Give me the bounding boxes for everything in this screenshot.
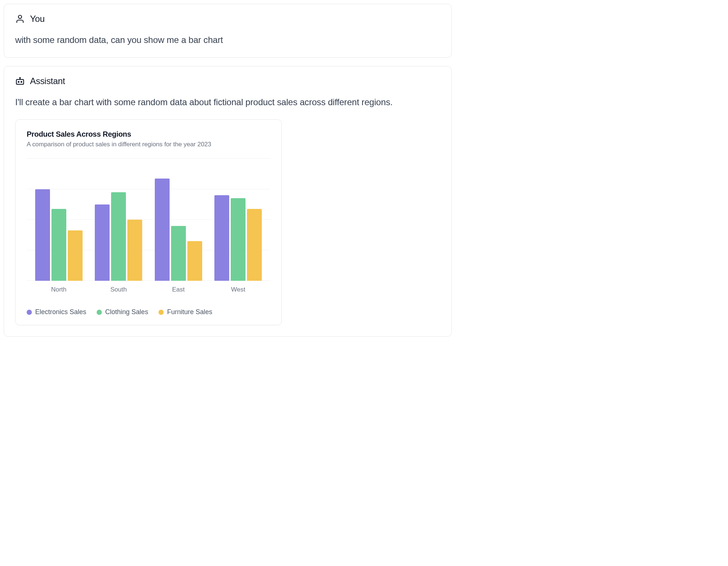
chart-legend-item: Furniture Sales — [158, 308, 212, 316]
chart-bar-group — [155, 159, 202, 281]
chart-title: Product Sales Across Regions — [27, 130, 270, 139]
chart-legend: Electronics SalesClothing SalesFurniture… — [27, 308, 270, 316]
bot-icon — [15, 76, 25, 86]
assistant-message-text: I'll create a bar chart with some random… — [15, 96, 440, 109]
svg-point-2 — [20, 77, 20, 78]
chart-x-tick: West — [208, 286, 268, 293]
chart-plot-area — [27, 159, 270, 281]
chart-card: Product Sales Across Regions A compariso… — [15, 119, 282, 325]
chart-x-tick: North — [29, 286, 89, 293]
chart-bar-group — [214, 159, 262, 281]
chart-legend-label: Clothing Sales — [105, 308, 148, 316]
user-header: You — [15, 14, 440, 24]
chart-bar — [95, 204, 110, 281]
chart-legend-label: Electronics Sales — [35, 308, 86, 316]
user-message-text: with some random data, can you show me a… — [15, 34, 440, 46]
chart-bar-group — [35, 159, 83, 281]
svg-rect-1 — [16, 79, 24, 84]
chart-bar — [35, 189, 50, 281]
chart-bar — [68, 230, 83, 281]
chart-bar — [187, 241, 202, 281]
user-sender-label: You — [30, 14, 45, 24]
svg-point-4 — [21, 81, 22, 82]
chart-x-tick: South — [89, 286, 149, 293]
chart-bar — [214, 195, 229, 281]
chart-legend-label: Furniture Sales — [167, 308, 212, 316]
chart-bar — [111, 192, 126, 281]
chart-bars-layer — [27, 159, 270, 281]
chart-bar — [247, 209, 262, 281]
chart-bar — [171, 226, 186, 281]
assistant-message: Assistant I'll create a bar chart with s… — [4, 66, 452, 337]
chart-x-tick: East — [148, 286, 208, 293]
chart-bar — [231, 198, 246, 281]
assistant-sender-label: Assistant — [30, 76, 65, 86]
chart-legend-swatch — [158, 310, 164, 315]
chart-legend-item: Electronics Sales — [27, 308, 86, 316]
svg-point-0 — [19, 15, 22, 19]
chart-bar — [127, 220, 142, 281]
user-message: You with some random data, can you show … — [4, 4, 452, 58]
chart-legend-swatch — [97, 310, 102, 315]
chart-subtitle: A comparison of product sales in differe… — [27, 141, 270, 148]
chart-x-axis: NorthSouthEastWest — [27, 286, 270, 293]
chart-bar — [155, 179, 170, 281]
user-icon — [15, 14, 25, 24]
chart-legend-swatch — [27, 310, 32, 315]
chart-bar — [51, 209, 66, 281]
svg-point-3 — [18, 81, 19, 82]
chart-legend-item: Clothing Sales — [97, 308, 148, 316]
assistant-header: Assistant — [15, 76, 440, 86]
chart-bar-group — [95, 159, 142, 281]
